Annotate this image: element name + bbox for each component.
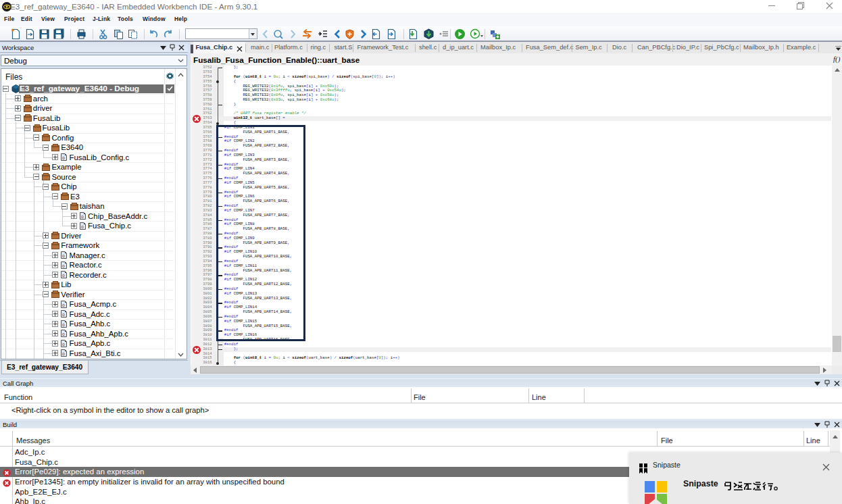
svg-text:o: o	[62, 302, 65, 307]
svg-text:o: o	[62, 155, 65, 160]
svg-text:o: o	[62, 341, 65, 346]
svg-text:o: o	[62, 322, 65, 326]
svg-text:o: o	[62, 263, 65, 268]
svg-text:o: o	[62, 312, 65, 317]
svg-text:o: o	[81, 214, 84, 219]
svg-text:o: o	[62, 332, 65, 336]
svg-text:o: o	[62, 253, 65, 258]
svg-text:o: o	[62, 273, 65, 278]
svg-text:o: o	[81, 224, 84, 228]
svg-text:o: o	[62, 351, 65, 356]
